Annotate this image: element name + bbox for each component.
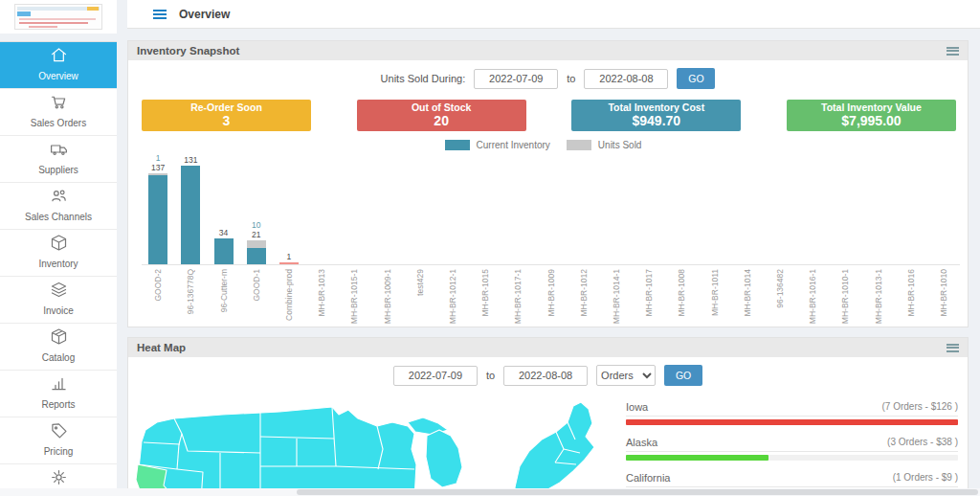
- legend-label[interactable]: Current Inventory: [477, 140, 550, 150]
- x-axis-label: MH-BR-1010-1: [840, 269, 850, 324]
- heatmap-from-date-input[interactable]: [393, 366, 478, 386]
- sidebar-item-pricing[interactable]: Pricing: [0, 417, 117, 464]
- heatmap-filter: to Orders GO: [128, 365, 968, 386]
- heatmap-go-button[interactable]: GO: [664, 365, 702, 386]
- bar-stack[interactable]: [501, 154, 534, 265]
- bar-stack[interactable]: [404, 154, 436, 265]
- current-inventory-bar[interactable]: [181, 166, 200, 264]
- sidebar-item-label: Pricing: [44, 446, 74, 457]
- x-axis-label: MH-BR-1015-1: [349, 269, 359, 324]
- metric-select[interactable]: Orders: [596, 365, 656, 386]
- bar-stack[interactable]: [633, 154, 665, 265]
- bar-stack[interactable]: [305, 154, 338, 265]
- bar-stack[interactable]: [568, 154, 600, 265]
- bar-stack[interactable]: [764, 154, 796, 265]
- sidebar-item-sales-channels[interactable]: Sales Channels: [0, 183, 117, 230]
- x-axis-label: MH-BR-1012-1: [448, 269, 457, 324]
- bar-stack[interactable]: [436, 154, 469, 265]
- region-head: Alaska(3 Orders - $38 ): [626, 437, 958, 452]
- current-inventory-bar[interactable]: [214, 238, 234, 264]
- bar-stack[interactable]: [796, 154, 829, 265]
- bar-stack[interactable]: 1: [273, 154, 305, 265]
- legend-label[interactable]: Units Sold: [598, 140, 642, 150]
- legend-swatch[interactable]: [445, 140, 470, 150]
- x-axis-label: MH-BR-1011: [710, 269, 720, 316]
- chart-column: MH-BR-1011: [698, 154, 730, 327]
- stat-card-total-inventory-value[interactable]: Total Inventory Value$7,995.00: [787, 100, 956, 131]
- bar-stack[interactable]: 131: [174, 154, 207, 265]
- x-axis-label: MH-BR-1009: [546, 269, 556, 317]
- sidebar-item-label: Inventory: [38, 259, 78, 269]
- sidebar-item-catalog[interactable]: Catalog: [0, 324, 117, 371]
- chart-context-menu-icon[interactable]: [947, 45, 959, 56]
- bar-stack[interactable]: [698, 154, 730, 265]
- current-inventory-bar[interactable]: [279, 262, 299, 264]
- x-axis-label: 96-136778Q: [186, 269, 195, 314]
- region-name: California: [626, 472, 670, 484]
- heatmap-panel-header: Heat Map: [128, 338, 968, 357]
- chart-column: MH-BR-1015-1: [338, 154, 370, 327]
- bar-stack[interactable]: 1137: [142, 154, 174, 265]
- map-context-menu-icon[interactable]: [947, 342, 959, 353]
- bar-stack[interactable]: [370, 154, 403, 265]
- current-inventory-bar[interactable]: [148, 175, 167, 264]
- chart-column: test429: [404, 154, 436, 327]
- inventory-snapshot-panel: Inventory Snapshot Units Sold During: to…: [127, 40, 969, 327]
- chart-column: MH-BR-1017-1: [501, 154, 534, 327]
- x-axis-label: MH-BR-1015: [480, 269, 490, 317]
- scrollbar-thumb[interactable]: [297, 489, 978, 495]
- units-sold-bar[interactable]: [247, 240, 266, 248]
- go-button[interactable]: GO: [677, 68, 715, 89]
- bar-stack[interactable]: [731, 154, 764, 265]
- app-logo[interactable]: [14, 4, 102, 30]
- bar-stack[interactable]: [829, 154, 861, 265]
- menu-toggle-icon[interactable]: [153, 8, 167, 21]
- bar-stack[interactable]: [600, 154, 633, 265]
- bar-chart-icon: [2, 373, 115, 395]
- sidebar-item-sales-orders[interactable]: Sales Orders: [0, 89, 117, 136]
- sidebar-item-suppliers[interactable]: Suppliers: [0, 136, 117, 183]
- sidebar-item-overview[interactable]: Overview: [0, 42, 117, 89]
- x-axis-label: MH-BR-1016-1: [808, 269, 817, 324]
- stat-card-title: Re-Order Soon: [142, 101, 311, 113]
- filter-label: Units Sold During:: [381, 73, 466, 84]
- bar-stack[interactable]: [469, 154, 501, 265]
- x-axis-label: MH-BR-1017-1: [513, 269, 523, 324]
- us-heat-map[interactable]: [134, 394, 612, 496]
- inventory-value-label: 131: [184, 155, 197, 165]
- stat-card-total-inventory-cost[interactable]: Total Inventory Cost$949.70: [571, 100, 741, 131]
- bar-stack[interactable]: [861, 154, 894, 265]
- stat-card-out-of-stock[interactable]: Out of Stock20: [357, 100, 526, 131]
- heatmap-region-list: Iowa(7 Orders - $126 )Alaska(3 Orders - …: [626, 401, 958, 496]
- horizontal-scrollbar[interactable]: [0, 488, 980, 496]
- x-axis-label: GOOD-1: [252, 269, 261, 302]
- bar-stack[interactable]: [927, 154, 960, 265]
- bar-stack[interactable]: 34: [207, 154, 239, 265]
- legend-swatch[interactable]: [567, 140, 591, 150]
- inventory-bar-chart: 1137GOOD-213196-136778Q3496-Cutter-m1021…: [142, 154, 960, 327]
- bar-stack[interactable]: [895, 154, 927, 265]
- bar-stack[interactable]: 1021: [240, 154, 273, 265]
- x-axis-label: Combine-prod: [284, 269, 294, 321]
- bar-stack[interactable]: [665, 154, 698, 265]
- units-sold-label: 1: [156, 154, 161, 163]
- sidebar-item-inventory[interactable]: Inventory: [0, 230, 117, 277]
- chart-column: MH-BR-1009-1: [370, 154, 403, 327]
- region-row-alaska[interactable]: Alaska(3 Orders - $38 ): [626, 437, 958, 461]
- heatmap-to-date-input[interactable]: [503, 366, 588, 386]
- region-row-iowa[interactable]: Iowa(7 Orders - $126 ): [626, 401, 958, 425]
- sidebar-item-reports[interactable]: Reports: [0, 371, 117, 417]
- heat-map-panel: Heat Map to Orders GO: [127, 337, 969, 496]
- units-sold-label: 10: [252, 221, 260, 230]
- sidebar-item-label: Reports: [41, 399, 75, 410]
- sidebar-item-invoice[interactable]: Invoice: [0, 277, 117, 324]
- from-date-input[interactable]: [474, 69, 558, 89]
- bar-stack[interactable]: [534, 154, 567, 265]
- current-inventory-bar[interactable]: [247, 248, 266, 264]
- chart-column: MH-BR-1015: [469, 154, 501, 327]
- stat-card-re-order-soon[interactable]: Re-Order Soon3: [142, 100, 311, 131]
- bar-stack[interactable]: [338, 154, 370, 265]
- sidebar-item-label: Catalog: [42, 352, 75, 363]
- to-date-input[interactable]: [584, 69, 668, 89]
- sidebar-item-label: Sales Channels: [25, 212, 92, 222]
